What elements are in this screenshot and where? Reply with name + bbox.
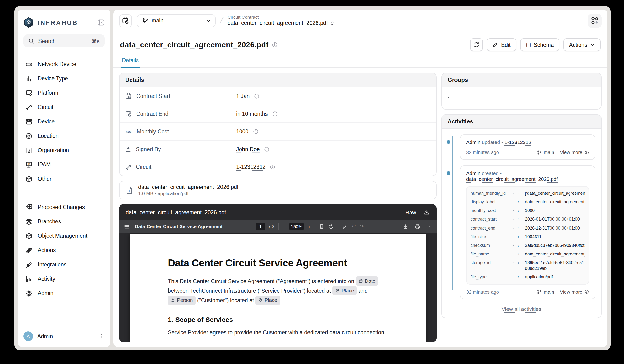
sidebar-item-integrations[interactable]: Integrations (21, 257, 107, 272)
activity-target-link[interactable]: 1-12312312 (504, 139, 531, 145)
sidebar-item-network-device[interactable]: Network Device (21, 57, 107, 71)
property-row: file_name -› data_center_circuit_agreeme… (470, 250, 585, 258)
sidebar-item-admin[interactable]: Admin (21, 286, 107, 300)
user-menu[interactable]: A Admin (18, 328, 110, 341)
info-icon[interactable] (272, 111, 278, 117)
sidebar-item-circuit[interactable]: Circuit (21, 100, 107, 114)
activity-target-link[interactable]: data_center_circuit_agreement_2026.pdf (466, 176, 558, 182)
activity-chart-icon (25, 275, 32, 283)
sidebar-item-label: Integrations (38, 262, 66, 267)
tab-details[interactable]: Details (121, 57, 140, 68)
chevron-right-icon[interactable]: › (518, 199, 519, 205)
edit-button[interactable]: Edit (487, 38, 517, 51)
activity-entry-created: Admin created - data_center_circuit_agre… (460, 165, 595, 299)
zoom-in-button[interactable]: + (308, 224, 311, 229)
draw-pen-icon[interactable] (342, 224, 348, 229)
sidebar-toggle-icon[interactable] (124, 224, 130, 229)
sidebar-item-activity[interactable]: Activity (21, 272, 107, 286)
property-value: 1000 (525, 208, 585, 213)
info-icon (584, 289, 589, 294)
sidebar-item-ipam[interactable]: IP IPAM (21, 157, 107, 172)
info-icon[interactable] (270, 164, 276, 170)
refresh-button[interactable] (470, 38, 483, 51)
date-selector-button[interactable] (119, 14, 132, 27)
sidebar-item-actions[interactable]: Actions (21, 243, 107, 257)
chevron-right-icon[interactable]: › (518, 274, 519, 280)
property-value: application/pdf (525, 274, 585, 280)
raw-link[interactable]: Raw (406, 209, 416, 215)
topology-apps-button[interactable] (588, 14, 601, 27)
schema-label: Schema (534, 42, 554, 48)
chip-label: Person (177, 296, 193, 305)
info-icon[interactable] (253, 129, 259, 134)
activity-actor: Admin (466, 139, 481, 145)
sidebar-collapse-button[interactable] (97, 19, 105, 26)
activity-branch[interactable]: main (537, 289, 554, 294)
attachment-info: data_center_circuit_agreement_2026.pdf 1… (138, 184, 238, 196)
chevron-right-icon[interactable]: › (518, 190, 519, 196)
chevrons-up-down-icon[interactable] (330, 21, 335, 26)
page-number-input[interactable]: 1 (256, 223, 265, 230)
activity-properties-table: human_friendly_id -› ['data_center_circu… (466, 186, 589, 284)
page-actions: Edit {..} Schema Actions (470, 38, 600, 51)
detail-row-contract-start: Contract Start 1 Jan (120, 87, 436, 105)
property-row: file_type -› application/pdf (470, 273, 585, 282)
sidebar-item-branches[interactable]: Branches (21, 214, 107, 229)
activity-branch[interactable]: main (537, 150, 554, 155)
scroll-mode-icon[interactable] (319, 224, 324, 229)
schema-button[interactable]: {..} Schema (520, 38, 560, 51)
view-more-link[interactable]: View more (560, 289, 589, 294)
view-more-link[interactable]: View more (560, 150, 589, 155)
details-rows: Contract Start 1 Jan Contrac (120, 87, 436, 176)
pdf-preview-panel: data_center_circuit_agreement_2026.pdf R… (119, 204, 437, 342)
redo-icon[interactable]: ↷ (360, 223, 364, 230)
app-title: INFRAHUB (38, 19, 78, 26)
search-input[interactable]: Search ⌘K (24, 34, 105, 47)
undo-icon[interactable]: ↶ (351, 223, 356, 230)
rocket-icon (25, 247, 32, 254)
chevron-right-icon[interactable]: › (518, 242, 519, 248)
attachment-card[interactable]: T data_center_circuit_agreement_2026.pdf… (119, 181, 437, 200)
page-header: data_center_circuit_agreement_2026.pdf (113, 32, 607, 51)
activity-summary: Admin created - data_center_circuit_agre… (466, 170, 589, 182)
sidebar-item-location[interactable]: Location (21, 129, 107, 143)
timeline-dot (447, 140, 450, 144)
info-icon[interactable] (272, 42, 278, 48)
sidebar-item-proposed-changes[interactable]: Proposed Changes (21, 200, 107, 214)
sidebar-item-platform[interactable]: Platform (21, 86, 107, 100)
actions-dropdown-button[interactable]: Actions (564, 38, 600, 51)
branch-selector-value[interactable]: main (137, 15, 202, 26)
sidebar-item-device-type[interactable]: Device Type (21, 71, 107, 86)
chevron-right-icon[interactable]: › (518, 234, 519, 239)
zoom-out-button[interactable]: − (282, 224, 286, 229)
kebab-menu-icon[interactable] (426, 224, 432, 229)
chevron-right-icon[interactable]: › (518, 208, 519, 213)
kebab-menu-icon[interactable] (99, 333, 105, 339)
sidebar-item-object-management[interactable]: Object Management (21, 229, 107, 243)
platform-icon (25, 89, 32, 96)
sidebar-item-label: Actions (38, 247, 56, 253)
view-all-activities-link[interactable]: View all activities (447, 306, 595, 312)
sidebar-item-organization[interactable]: Organization (21, 143, 107, 157)
sidebar-item-device[interactable]: Device (21, 114, 107, 129)
print-icon[interactable] (415, 224, 420, 229)
download-icon[interactable] (403, 224, 408, 229)
info-icon[interactable] (254, 93, 260, 99)
rotate-icon[interactable] (328, 224, 334, 229)
property-dash: - (513, 234, 514, 239)
signed-by-link[interactable]: John Doe (236, 146, 260, 152)
view-more-label: View more (560, 289, 582, 294)
circuit-link[interactable]: 1-12312312 (236, 164, 266, 170)
chevron-right-icon[interactable]: › (518, 225, 519, 231)
info-icon[interactable] (264, 146, 270, 152)
breadcrumb[interactable]: Circuit Contract data_center_circuit_agr… (227, 15, 335, 26)
pdf-page-area[interactable]: Data Center Circuit Service Agreement Th… (119, 233, 437, 342)
sidebar-item-other[interactable]: Other (21, 172, 107, 186)
download-icon[interactable] (424, 209, 430, 215)
zoom-level[interactable]: 150% (289, 223, 304, 230)
branch-selector[interactable]: main (137, 14, 216, 27)
branch-selector-caret[interactable] (202, 15, 215, 26)
chevron-right-icon[interactable]: › (518, 260, 519, 265)
chevron-right-icon[interactable]: › (518, 251, 519, 257)
chevron-right-icon[interactable]: › (518, 216, 519, 222)
